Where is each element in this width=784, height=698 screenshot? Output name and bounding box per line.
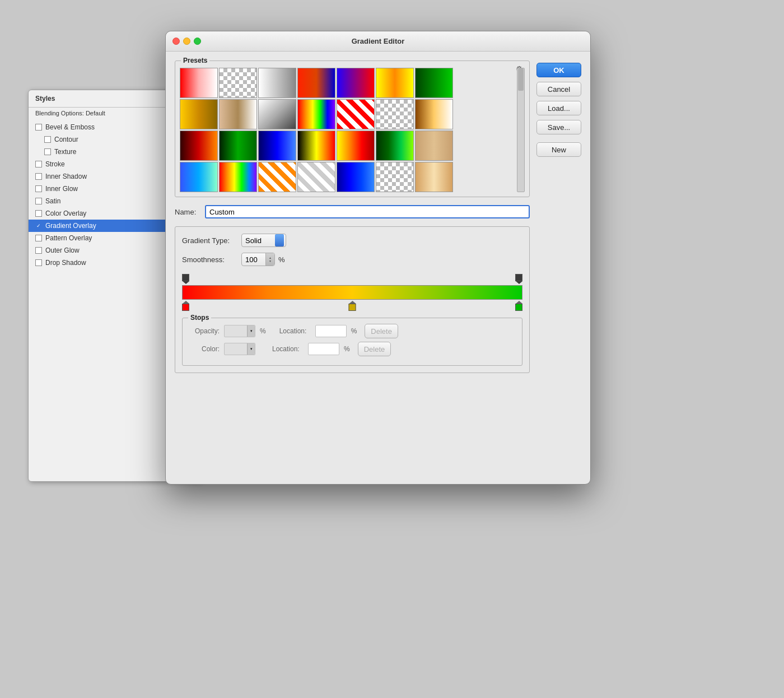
preset-swatch-3[interactable] — [258, 68, 296, 98]
color-row: Color: ▾ Location: % Delete — [189, 342, 515, 356]
dialog-body: Presets ⚙ — [166, 52, 590, 382]
preset-swatch-14[interactable] — [415, 99, 453, 129]
preset-swatch-15[interactable] — [180, 131, 218, 161]
presets-group: Presets ⚙ — [175, 61, 530, 197]
preset-swatch-26[interactable] — [337, 162, 375, 192]
preset-swatch-5[interactable] — [337, 68, 375, 98]
dialog-title: Gradient Editor — [352, 37, 405, 45]
preset-swatch-4[interactable] — [297, 68, 335, 98]
smoothness-label: Smoothness: — [182, 255, 238, 264]
smoothness-pct: % — [278, 255, 285, 264]
gradient-type-select[interactable]: Solid Noise — [241, 234, 286, 247]
preset-swatch-17[interactable] — [258, 131, 296, 161]
preset-swatch-25[interactable] — [297, 162, 335, 192]
checkbox-bevel[interactable] — [35, 124, 42, 131]
color-stops-row — [182, 301, 522, 312]
preset-swatch-24[interactable] — [258, 162, 296, 192]
opacity-stops-row — [182, 273, 522, 284]
opacity-stop-left[interactable] — [182, 274, 189, 284]
new-button[interactable]: New — [536, 142, 581, 157]
name-label: Name: — [175, 208, 200, 216]
preset-swatch-8[interactable] — [180, 99, 218, 129]
preset-swatch-23[interactable] — [219, 162, 257, 192]
color-stop-yellow[interactable] — [349, 301, 356, 311]
minimize-button[interactable] — [183, 38, 190, 45]
preset-swatch-28[interactable] — [415, 162, 453, 192]
smoothness-row: Smoothness: 100 75 50 25 0 ▲ ▼ — [182, 253, 522, 266]
checkbox-color-overlay[interactable] — [35, 210, 42, 217]
gradient-bar[interactable] — [182, 285, 522, 300]
checkbox-outer-glow[interactable] — [35, 247, 42, 254]
location-label-1: Location: — [279, 327, 311, 335]
preset-swatch-22[interactable] — [180, 162, 218, 192]
opacity-row: Opacity: ▾ % Location: % Delete — [189, 324, 515, 338]
delete-button-1[interactable]: Delete — [365, 324, 398, 338]
presets-grid-wrapper — [180, 68, 525, 192]
maximize-button[interactable] — [194, 38, 201, 45]
color-label: Color: — [189, 345, 220, 353]
checkbox-gradient-overlay[interactable]: ✓ — [35, 222, 42, 229]
gradient-editor-dialog: Gradient Editor Presets ⚙ — [165, 31, 591, 485]
load-button[interactable]: Load... — [536, 101, 581, 115]
location-input-2[interactable] — [308, 343, 339, 355]
save-button[interactable]: Save... — [536, 120, 581, 134]
dialog-left: Presets ⚙ — [175, 61, 530, 373]
opacity-select-wrapper[interactable]: ▾ — [224, 325, 255, 337]
presets-scrollbar[interactable] — [517, 68, 525, 192]
location-label-2: Location: — [272, 345, 304, 353]
preset-swatch-2[interactable] — [219, 68, 257, 98]
checkbox-pattern-overlay[interactable] — [35, 235, 42, 241]
dialog-right-buttons: OK Cancel Load... Save... New — [536, 63, 581, 373]
checkbox-inner-glow[interactable] — [35, 185, 42, 192]
color-stop-green[interactable] — [515, 301, 522, 311]
preset-swatch-19[interactable] — [337, 131, 375, 161]
checkbox-inner-shadow[interactable] — [35, 173, 42, 180]
preset-swatch-13[interactable] — [376, 99, 414, 129]
preset-swatch-27[interactable] — [376, 162, 414, 192]
smoothness-select-wrapper[interactable]: 100 75 50 25 0 ▲ ▼ — [241, 253, 275, 266]
preset-swatch-11[interactable] — [297, 99, 335, 129]
checkbox-drop-shadow[interactable] — [35, 259, 42, 266]
color-arrow: ▾ — [247, 343, 255, 355]
location-input-1[interactable] — [315, 325, 347, 337]
preset-swatch-7[interactable] — [415, 68, 453, 98]
opacity-arrow: ▾ — [247, 325, 255, 337]
close-button[interactable] — [172, 38, 180, 45]
checkbox-contour[interactable] — [44, 136, 51, 143]
gradient-settings-group: Gradient Type: Solid Noise Smoothness: — [175, 226, 530, 373]
color-select-wrapper[interactable]: ▾ — [224, 343, 255, 355]
smoothness-select[interactable]: 100 75 50 25 0 — [241, 253, 275, 266]
checkbox-stroke[interactable] — [35, 161, 42, 167]
gradient-bar-area — [182, 273, 522, 312]
opacity-label: Opacity: — [189, 327, 220, 335]
preset-swatch-16[interactable] — [219, 131, 257, 161]
dialog-titlebar: Gradient Editor — [166, 31, 590, 52]
cancel-button[interactable]: Cancel — [536, 82, 581, 96]
presets-label: Presets — [181, 57, 209, 64]
preset-swatch-1[interactable] — [180, 68, 218, 98]
traffic-lights — [172, 38, 201, 45]
preset-swatch-10[interactable] — [258, 99, 296, 129]
scroll-thumb — [518, 68, 524, 91]
ok-button[interactable]: OK — [536, 63, 581, 77]
stops-label: Stops — [188, 314, 211, 322]
color-stop-red[interactable] — [182, 301, 189, 311]
checkbox-texture[interactable] — [44, 148, 51, 155]
name-input[interactable] — [205, 205, 530, 218]
preset-swatch-12[interactable] — [337, 99, 375, 129]
preset-swatch-21[interactable] — [415, 131, 453, 161]
location-pct-1: % — [351, 327, 357, 335]
presets-grid — [180, 68, 515, 192]
checkbox-satin[interactable] — [35, 198, 42, 204]
preset-swatch-18[interactable] — [297, 131, 335, 161]
gradient-type-select-wrapper[interactable]: Solid Noise — [241, 234, 286, 247]
preset-swatch-6[interactable] — [376, 68, 414, 98]
delete-button-2[interactable]: Delete — [358, 342, 391, 356]
preset-swatch-9[interactable] — [219, 99, 257, 129]
preset-swatch-20[interactable] — [376, 131, 414, 161]
location-pct-2: % — [344, 345, 350, 353]
opacity-stop-right[interactable] — [515, 274, 522, 284]
stops-group: Stops Opacity: ▾ % Location: % Delete — [182, 318, 522, 366]
name-row: Name: — [175, 205, 530, 218]
opacity-pct: % — [260, 327, 266, 335]
